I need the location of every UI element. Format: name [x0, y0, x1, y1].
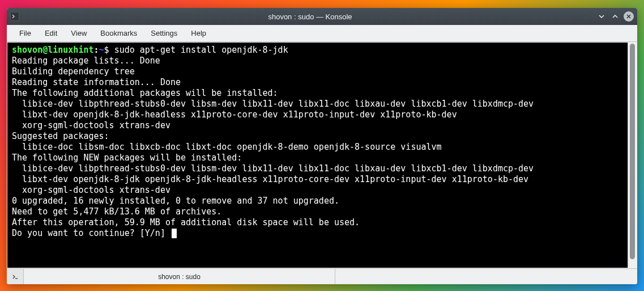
app-icon	[10, 12, 19, 21]
menu-help[interactable]: Help	[184, 27, 213, 40]
close-icon	[626, 14, 632, 19]
output-line: libice-dev libpthread-stubs0-dev libsm-d…	[12, 163, 534, 174]
terminal-icon	[12, 14, 18, 19]
titlebar[interactable]: shovon : sudo — Konsole	[7, 8, 637, 25]
menu-edit[interactable]: Edit	[38, 27, 64, 40]
output-line: libice-doc libsm-doc libxcb-doc libxt-do…	[12, 142, 442, 152]
output-line: Reading state information... Done	[12, 77, 181, 87]
tab-active[interactable]: shovon : sudo	[24, 269, 335, 284]
new-tab-button[interactable]	[7, 269, 24, 284]
close-button[interactable]	[624, 11, 634, 22]
menu-file[interactable]: File	[12, 27, 38, 40]
menu-settings[interactable]: Settings	[144, 27, 184, 40]
cursor	[172, 229, 177, 238]
output-line: After this operation, 59.9 MB of additio…	[12, 217, 360, 227]
terminal-prompt-icon	[12, 273, 19, 280]
output-line: Suggested packages:	[12, 131, 109, 141]
output-line: Need to get 5,477 kB/13.6 MB of archives…	[12, 206, 221, 217]
output-line: libice-dev libpthread-stubs0-dev libsm-d…	[12, 99, 534, 109]
output-line: xorg-sgml-doctools xtrans-dev	[12, 120, 170, 130]
output-line: Building dependency tree	[12, 66, 170, 77]
output-line: 0 upgraded, 16 newly installed, 0 to rem…	[12, 196, 339, 206]
terminal-container: shovon@linuxhint:~$ sudo apt-get install…	[7, 43, 637, 268]
output-line: xorg-sgml-doctools xtrans-dev	[12, 185, 170, 195]
prompt-colon: :	[94, 45, 99, 55]
menu-bookmarks[interactable]: Bookmarks	[93, 27, 144, 40]
chevron-up-icon	[612, 13, 619, 20]
prompt-user: shovon@linuxhint	[12, 45, 94, 55]
maximize-button[interactable]	[610, 11, 620, 22]
command-text: sudo apt-get install openjdk-8-jdk	[114, 45, 288, 55]
output-line: Do you want to continue? [Y/n]	[12, 228, 170, 238]
output-line: The following additional packages will b…	[12, 88, 278, 98]
chevron-down-icon	[598, 13, 605, 20]
window-title: shovon : sudo — Konsole	[24, 12, 596, 21]
tabbar: shovon : sudo	[7, 268, 637, 284]
scrollbar-thumb[interactable]	[630, 44, 635, 259]
prompt-dollar: $	[104, 45, 114, 55]
prompt-path: ~	[99, 45, 104, 55]
konsole-window: shovon : sudo — Konsole File Edit View	[7, 8, 637, 284]
output-line: libxt-dev openjdk-8-jdk openjdk-8-jdk-he…	[12, 174, 528, 184]
output-line: Reading package lists... Done	[12, 56, 160, 66]
terminal[interactable]: shovon@linuxhint:~$ sudo apt-get install…	[7, 43, 628, 268]
menu-view[interactable]: View	[64, 27, 93, 40]
menubar: File Edit View Bookmarks Settings Help	[7, 25, 637, 42]
minimize-button[interactable]	[596, 11, 607, 22]
scrollbar[interactable]	[628, 43, 637, 268]
output-line: libxt-dev openjdk-8-jdk-headless x11prot…	[12, 109, 457, 120]
window-controls	[596, 11, 634, 22]
output-line: The following NEW packages will be insta…	[12, 153, 242, 163]
